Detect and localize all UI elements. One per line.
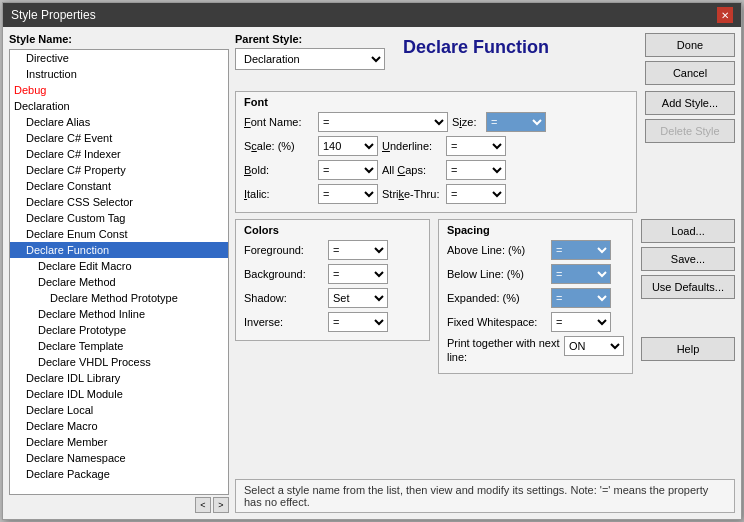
background-select[interactable]: =: [328, 264, 388, 284]
colors-title: Colors: [244, 224, 421, 236]
above-line-label: Above Line: (%): [447, 244, 547, 256]
tree-item-declare-alias[interactable]: Declare Alias: [10, 114, 228, 130]
inverse-label: Inverse:: [244, 316, 324, 328]
scale-label: Scale: (%): [244, 140, 314, 152]
foreground-select[interactable]: =: [328, 240, 388, 260]
strike-thru-select[interactable]: =: [446, 184, 506, 204]
font-name-select[interactable]: =: [318, 112, 448, 132]
dialog-title: Style Properties: [11, 8, 96, 22]
inverse-select[interactable]: =: [328, 312, 388, 332]
close-button[interactable]: ✕: [717, 7, 733, 23]
below-line-row: Below Line: (%) =: [447, 264, 624, 284]
tree-item-declare-namespace[interactable]: Declare Namespace: [10, 450, 228, 466]
tree-item-declare-function[interactable]: Declare Function: [10, 242, 228, 258]
use-defaults-button[interactable]: Use Defaults...: [641, 275, 735, 299]
scale-select[interactable]: 140 =: [318, 136, 378, 156]
above-line-select[interactable]: =: [551, 240, 611, 260]
middle-buttons: Add Style... Delete Style: [645, 91, 735, 143]
scroll-left-button[interactable]: <: [195, 497, 211, 513]
italic-label: Italic:: [244, 188, 314, 200]
below-line-select[interactable]: =: [551, 264, 611, 284]
size-select[interactable]: =: [486, 112, 546, 132]
foreground-label: Foreground:: [244, 244, 324, 256]
header-row: Parent Style: Declaration None Declare F…: [235, 33, 735, 85]
tree-item-declare-method-prototype[interactable]: Declare Method Prototype: [10, 290, 228, 306]
tree-item-directive[interactable]: Directive: [10, 50, 228, 66]
background-row: Background: =: [244, 264, 421, 284]
tree-item-declare-template[interactable]: Declare Template: [10, 338, 228, 354]
fixed-ws-label: Fixed Whitespace:: [447, 316, 547, 328]
italic-row: Italic: = Strike-Thru: =: [244, 184, 628, 204]
underline-label: Underline:: [382, 140, 442, 152]
tree-item-declare-method-inline[interactable]: Declare Method Inline: [10, 306, 228, 322]
shadow-select[interactable]: Set=: [328, 288, 388, 308]
tree-item-declare-custom-tag[interactable]: Declare Custom Tag: [10, 210, 228, 226]
fixed-ws-select[interactable]: =: [551, 312, 611, 332]
foreground-row: Foreground: =: [244, 240, 421, 260]
bold-label: Bold:: [244, 164, 314, 176]
parent-style-label: Parent Style:: [235, 33, 395, 45]
tree-item-declare-local[interactable]: Declare Local: [10, 402, 228, 418]
parent-style-select[interactable]: Declaration None: [235, 48, 385, 70]
tree-item-declare-package[interactable]: Declare Package: [10, 466, 228, 482]
right-buttons: Load... Save... Use Defaults... Help: [641, 219, 735, 361]
spacing-title: Spacing: [447, 224, 624, 236]
info-bar: Select a style name from the list, then …: [235, 479, 735, 513]
tree-scroll-controls: < >: [9, 497, 229, 513]
style-tree[interactable]: DirectiveInstructionDebugDeclarationDecl…: [9, 49, 229, 495]
font-name-row: Font Name: = Size: =: [244, 112, 628, 132]
tree-item-debug[interactable]: Debug: [10, 82, 228, 98]
spacing-section: Spacing Above Line: (%) = Below Line: (%…: [438, 219, 633, 374]
left-panel: Style Name: DirectiveInstructionDebugDec…: [9, 33, 229, 513]
delete-style-button[interactable]: Delete Style: [645, 119, 735, 143]
tree-item-declare-edit-macro[interactable]: Declare Edit Macro: [10, 258, 228, 274]
tree-item-declare-method[interactable]: Declare Method: [10, 274, 228, 290]
tree-item-declare-constant[interactable]: Declare Constant: [10, 178, 228, 194]
tree-item-declare-csharp-indexer[interactable]: Declare C# Indexer: [10, 146, 228, 162]
tree-item-declare-csharp-event[interactable]: Declare C# Event: [10, 130, 228, 146]
tree-item-instruction[interactable]: Instruction: [10, 66, 228, 82]
info-text: Select a style name from the list, then …: [244, 484, 708, 508]
tree-item-declare-idl-library[interactable]: Declare IDL Library: [10, 370, 228, 386]
font-section-title: Font: [244, 96, 628, 108]
underline-select[interactable]: =: [446, 136, 506, 156]
lower-row: Colors Foreground: = Background: = Shado…: [235, 219, 735, 473]
done-button[interactable]: Done: [645, 33, 735, 57]
parent-style-section: Parent Style: Declaration None: [235, 33, 395, 70]
fixed-ws-row: Fixed Whitespace: =: [447, 312, 624, 332]
all-caps-select[interactable]: =: [446, 160, 506, 180]
font-section: Font Font Name: = Size: = Scale: (%): [235, 91, 637, 213]
load-button[interactable]: Load...: [641, 219, 735, 243]
tree-item-declare-prototype[interactable]: Declare Prototype: [10, 322, 228, 338]
tree-item-declare-csharp-property[interactable]: Declare C# Property: [10, 162, 228, 178]
content-area: Style Name: DirectiveInstructionDebugDec…: [3, 27, 741, 519]
style-name-label: Style Name:: [9, 33, 229, 45]
save-button[interactable]: Save...: [641, 247, 735, 271]
below-line-label: Below Line: (%): [447, 268, 547, 280]
print-together-label: Print together with next line:: [447, 336, 560, 365]
tree-item-declaration[interactable]: Declaration: [10, 98, 228, 114]
bold-row: Bold: = All Caps: =: [244, 160, 628, 180]
add-style-button[interactable]: Add Style...: [645, 91, 735, 115]
colors-section: Colors Foreground: = Background: = Shado…: [235, 219, 430, 341]
help-button[interactable]: Help: [641, 337, 735, 361]
expanded-row: Expanded: (%) =: [447, 288, 624, 308]
scroll-right-button[interactable]: >: [213, 497, 229, 513]
bold-select[interactable]: =: [318, 160, 378, 180]
tree-item-declare-idl-module[interactable]: Declare IDL Module: [10, 386, 228, 402]
print-together-select[interactable]: ONOFF=: [564, 336, 624, 356]
right-panel: Parent Style: Declaration None Declare F…: [235, 33, 735, 513]
all-caps-label: All Caps:: [382, 164, 442, 176]
expanded-select[interactable]: =: [551, 288, 611, 308]
scale-row: Scale: (%) 140 = Underline: =: [244, 136, 628, 156]
cancel-button[interactable]: Cancel: [645, 61, 735, 85]
tree-item-declare-vhdl-process[interactable]: Declare VHDL Process: [10, 354, 228, 370]
tree-item-declare-css-selector[interactable]: Declare CSS Selector: [10, 194, 228, 210]
tree-item-declare-enum-const[interactable]: Declare Enum Const: [10, 226, 228, 242]
style-properties-dialog: Style Properties ✕ Style Name: Directive…: [2, 2, 742, 520]
strike-thru-label: Strike-Thru:: [382, 188, 442, 200]
tree-item-declare-member[interactable]: Declare Member: [10, 434, 228, 450]
tree-item-declare-macro[interactable]: Declare Macro: [10, 418, 228, 434]
italic-select[interactable]: =: [318, 184, 378, 204]
print-together-row: Print together with next line: ONOFF=: [447, 336, 624, 365]
